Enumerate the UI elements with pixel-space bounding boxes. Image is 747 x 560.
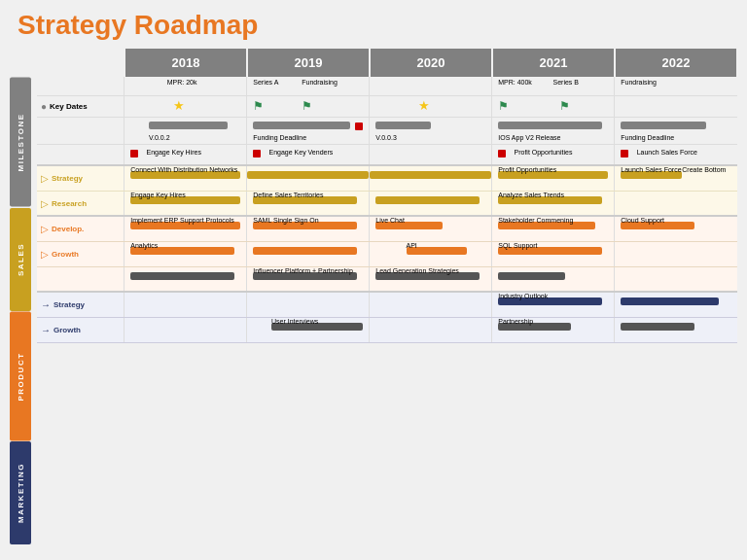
cat-milestone: MILESTONE [10, 78, 31, 207]
red-marker-1 [355, 122, 363, 130]
page: Strategy Roadmap MILESTONE SALES PRODUCT… [0, 0, 747, 560]
label-influencer: Influencer Platform + Partnership [253, 267, 353, 274]
red-profit-opp [498, 150, 506, 158]
label-implement-erp: Implement ERP Support Protocols [130, 217, 233, 224]
product-growth-label: Growth [52, 250, 79, 259]
year-header: 2018 2019 2020 2021 2022 [37, 49, 737, 76]
red-engage-vendors [253, 150, 261, 158]
flag-fundraising-b: ⚑ [559, 99, 570, 113]
label-v003: V.0.0.3 [375, 134, 397, 141]
cat-marketing: MARKETING [10, 441, 31, 544]
flag-series-b: ⚑ [498, 99, 509, 113]
cat-sales: SALES [10, 208, 31, 311]
red-engage-hires [130, 150, 138, 158]
label-launch-sales-2: Launch Sales Force [621, 166, 681, 173]
influencer-bar-2018 [130, 272, 233, 280]
label-saml: SAML Single Sign On [253, 217, 318, 224]
label-api: API [407, 242, 417, 249]
series-b-label: Series B [553, 79, 579, 86]
sales-strategy-label: Strategy [52, 174, 83, 183]
bar-ios-v2 [498, 122, 601, 129]
bar-funding-deadline-1 [253, 122, 350, 129]
sales-research-arrow: ▷ [41, 198, 49, 209]
label-sql-support: SQL Support [498, 242, 537, 249]
label-funding-deadline-1: Funding Deadline [253, 134, 306, 141]
label-stakeholder: Stakeholder Commening [498, 217, 573, 224]
label-funding-deadline-2: Funding Deadline [621, 134, 674, 141]
label-ios-v2: IOS App V2 Release [498, 134, 560, 141]
label-cloud-support-right: Cloud Support [621, 217, 664, 224]
research-bar-2020 [375, 196, 479, 204]
marketing-growth-label: Growth [53, 326, 81, 334]
product-growth-row: ▷ Growth Analytics API [37, 242, 737, 267]
mkt-strategy-bar-2022 [621, 298, 719, 305]
mpr-400k: MPR: 400k [498, 79, 532, 86]
influencer-bar-2021 [498, 272, 565, 280]
label-analytics: Analytics [130, 242, 158, 249]
sales-strategy-arrow: ▷ [41, 173, 49, 184]
bar-v002 [149, 122, 228, 129]
product-develop-row: ▷ Develop. Implement ERP Support Protoco… [37, 217, 737, 242]
milestone-top-labels-row: MPR: 20k Series A Fundraising MPR: 400k … [37, 77, 737, 96]
mkt-growth-bar-2022 [621, 323, 694, 331]
marketing-strategy-arrow: → [41, 299, 51, 310]
engage-row: Engage Key Hires Engage Key Venders Prof… [37, 145, 737, 166]
sales-strategy-bar-2019 [247, 171, 369, 179]
product-develop-arrow: ▷ [41, 224, 49, 234]
star-2020: ★ [418, 98, 430, 113]
marketing-growth-arrow: → [41, 325, 51, 335]
label-user-interviews: User Interviews [271, 318, 318, 325]
label-define-sales: Define Sales Territories [253, 192, 323, 198]
label-launch-sales: Launch Sales Force [637, 149, 697, 156]
year-2020: 2020 [371, 49, 491, 78]
marketing-strategy-label: Strategy [53, 300, 85, 309]
label-create-bottom: Create Bottom [682, 166, 726, 173]
fundraising-b-label: Fundraising [621, 79, 657, 86]
label-engage-key-hires: Engage Key Hires [130, 192, 185, 198]
page-title: Strategy Roadmap [10, 10, 737, 41]
label-v002: V.0.0.2 [149, 134, 170, 141]
cat-product: PRODUCT [10, 312, 31, 441]
key-dates-bars-row: V.0.0.2 Funding Deadline V.0.0.3 IOS App… [37, 118, 737, 145]
sales-research-row: ▷ Research Engage Key Hires Define Sales… [37, 192, 737, 217]
flag-fundraising-a: ⚑ [302, 99, 312, 113]
sales-research-label: Research [52, 199, 87, 208]
mpr-20k: MPR: 20k [167, 79, 197, 86]
label-analyze-sales: Analyze Sales Trends [498, 192, 564, 198]
bar-funding-deadline-2 [621, 122, 706, 129]
year-2019: 2019 [248, 49, 369, 78]
year-2021: 2021 [493, 49, 614, 78]
bar-v003 [375, 122, 430, 129]
sales-strategy-row: ▷ Strategy Connect With Distribution Net… [37, 166, 737, 192]
year-2022: 2022 [616, 49, 736, 78]
product-develop-label: Develop. [52, 225, 84, 233]
growth-bar-2019 [253, 247, 356, 255]
fundraising-a-label: Fundraising [302, 79, 338, 86]
key-dates-label: Key Dates [50, 102, 88, 111]
label-industry-outlook: Industry Outlook [498, 293, 548, 299]
sales-strategy-bar-2020 [370, 171, 491, 179]
red-launch-sales [621, 150, 628, 158]
label-profit-opp-2: Profit Opportunities [498, 166, 556, 173]
label-engage-vendors: Engage Key Venders [269, 149, 334, 156]
star-2018: ★ [173, 98, 185, 113]
label-connect-dist: Connect With Distribution Networks [130, 166, 237, 173]
year-2018: 2018 [125, 49, 246, 78]
product-growth-arrow: ▷ [41, 249, 49, 260]
marketing-growth-row: → Growth User Interviews Partnership [37, 318, 737, 343]
series-a-label: Series A [253, 79, 278, 86]
key-dates-dot-icon: ● [41, 101, 47, 112]
label-profit-opp: Profit Opportunities [515, 149, 573, 156]
label-partnership: Partnership [498, 318, 533, 325]
flag-series-a: ⚑ [253, 99, 264, 113]
label-engage-hires: Engage Key Hires [147, 149, 201, 156]
product-influencer-row: Influencer Platform + Partnership Lead G… [37, 267, 737, 293]
marketing-strategy-row: → Strategy Industry Outlook [37, 293, 737, 318]
label-live-chat: Live Chat [375, 217, 405, 224]
key-dates-icons-row: ● Key Dates ★ ⚑ ⚑ ★ ⚑ ⚑ [37, 96, 737, 118]
label-lead-gen: Lead Generation Strategies [375, 267, 459, 274]
